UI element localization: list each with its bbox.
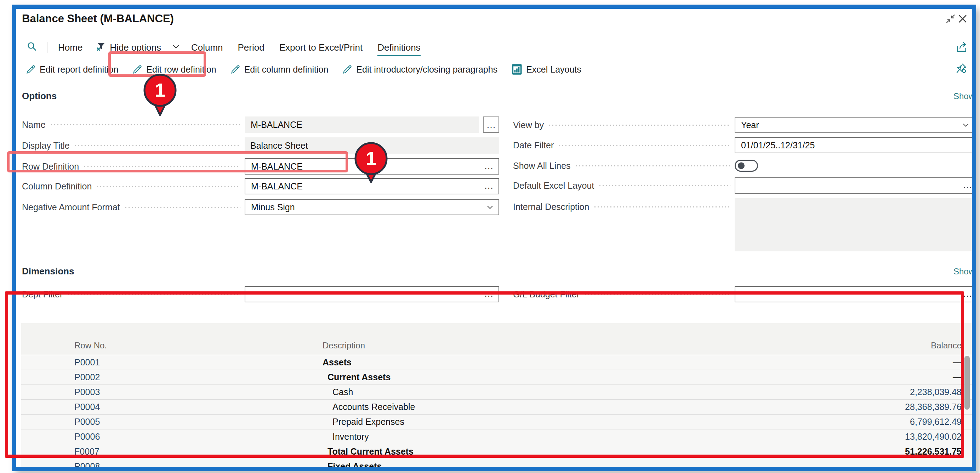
cell-description[interactable]: Assets — [269, 357, 802, 368]
menu-item-definitions[interactable]: Definitions — [377, 42, 420, 53]
field-value: M-BALANCE — [251, 119, 302, 130]
cell-row-no[interactable]: P0005 — [21, 417, 269, 427]
show-less-link[interactable]: Show less — [953, 91, 972, 101]
pin-button[interactable] — [955, 62, 967, 75]
close-window-button[interactable] — [956, 13, 969, 25]
field-value: 01/01/25..12/31/25 — [741, 140, 815, 150]
cell-description[interactable]: Fixed Assets — [269, 461, 802, 467]
menu-item-period[interactable]: Period — [238, 42, 264, 53]
table-row[interactable]: P0008 Fixed Assets — [21, 459, 972, 467]
row-definition-field[interactable]: M-BALANCE … — [245, 158, 499, 175]
field-label: Show All Lines — [513, 161, 571, 171]
field-value: M-BALANCE — [251, 161, 303, 172]
field-label: Display Title — [22, 140, 70, 151]
cell-description[interactable]: Inventory — [269, 432, 802, 442]
share-icon — [956, 41, 969, 53]
menu-item-export-to-excel-print[interactable]: Export to Excel/Print — [279, 42, 363, 53]
vertical-scrollbar-thumb[interactable] — [964, 356, 970, 409]
field-row-dept-filter: Dept Filter … — [22, 286, 499, 303]
pencil-icon — [231, 64, 240, 74]
more-options-chevron[interactable] — [171, 42, 181, 53]
cell-row-no[interactable]: P0008 — [21, 461, 269, 467]
cell-balance[interactable]: 13,820,490.02 — [802, 432, 972, 442]
edit-row-definition-button[interactable]: Edit row definition — [132, 64, 216, 75]
gl-budget-filter-field[interactable]: … — [735, 286, 972, 303]
negative-amount-format-select[interactable]: Minus Sign — [245, 199, 499, 215]
dimensions-section-header: Dimensions — [22, 266, 74, 277]
menu-separator — [167, 42, 167, 53]
field-label: Dept Filter — [22, 289, 63, 299]
dotted-leader — [584, 293, 730, 295]
field-row-date-filter: Date Filter 01/01/25..12/31/25 — [513, 137, 972, 153]
cell-row-no[interactable]: P0006 — [21, 432, 269, 442]
cell-row-no[interactable]: F0007 — [21, 446, 269, 457]
cell-row-no[interactable]: P0003 — [21, 387, 269, 397]
field-value: Balance Sheet — [250, 140, 308, 151]
dotted-leader — [598, 185, 730, 186]
cell-row-no[interactable]: P0004 — [21, 402, 269, 412]
column-header-description[interactable]: Description — [269, 341, 802, 350]
cell-description[interactable]: Prepaid Expenses — [269, 417, 802, 427]
internal-description-textarea[interactable] — [735, 198, 972, 252]
display-title-field[interactable]: Balance Sheet — [245, 137, 499, 154]
menu-item-column[interactable]: Column — [191, 42, 223, 53]
show-more-link[interactable]: Show more — [953, 267, 972, 277]
excel-icon — [512, 64, 522, 75]
table-row[interactable]: P0004 Accounts Receivable 28,368,389.76 — [21, 400, 972, 414]
menu-item-home[interactable]: Home — [58, 42, 83, 53]
cell-description[interactable]: Current Assets — [269, 372, 802, 382]
field-label: View by — [513, 120, 544, 130]
column-definition-field[interactable]: M-BALANCE … — [245, 178, 499, 194]
lookup-ellipsis-icon[interactable]: … — [484, 288, 494, 299]
dotted-leader — [67, 293, 240, 295]
view-by-select[interactable]: Year — [735, 117, 972, 133]
cell-row-no[interactable]: P0001 — [21, 357, 269, 368]
name-assist-button[interactable]: … — [483, 116, 499, 133]
menu-item-hide-options[interactable]: Hide options — [110, 42, 161, 53]
table-row[interactable]: P0001 Assets — — [21, 355, 972, 370]
field-row-default-excel-layout: Default Excel Layout … — [513, 177, 972, 194]
cell-balance[interactable]: 51,226,531.75 — [802, 446, 972, 457]
share-button[interactable] — [956, 41, 969, 53]
lookup-ellipsis-icon[interactable]: … — [963, 288, 972, 299]
restore-window-button[interactable] — [944, 13, 957, 25]
lookup-ellipsis-icon[interactable]: … — [484, 180, 494, 191]
excel-layouts-button[interactable]: Excel Layouts — [512, 64, 581, 75]
ellipsis-icon: … — [487, 119, 496, 130]
lookup-ellipsis-icon[interactable]: … — [484, 160, 494, 171]
cell-description[interactable]: Accounts Receivable — [269, 402, 802, 412]
dotted-leader — [575, 165, 730, 167]
cell-row-no[interactable]: P0002 — [21, 372, 269, 382]
lookup-ellipsis-icon[interactable]: … — [963, 179, 972, 190]
name-field[interactable]: M-BALANCE — [245, 116, 479, 133]
search-button[interactable] — [27, 41, 37, 54]
table-row[interactable]: F0007 Total Current Assets 51,226,531.75 — [21, 444, 972, 459]
edit-paragraphs-button[interactable]: Edit introductory/closing paragraphs — [342, 64, 498, 75]
dept-filter-field[interactable]: … — [245, 286, 499, 303]
cell-balance[interactable]: — — [802, 357, 972, 368]
table-row[interactable]: P0006 Inventory 13,820,490.02 — [21, 430, 972, 444]
show-all-lines-toggle[interactable] — [735, 160, 758, 172]
chevron-down-icon — [171, 42, 181, 51]
cell-balance[interactable]: 28,368,389.76 — [802, 402, 972, 412]
table-row[interactable]: P0003 Cash 2,238,039.48 — [21, 385, 972, 400]
default-excel-layout-field[interactable]: … — [735, 177, 972, 194]
table-row[interactable]: P0005 Prepaid Expenses 6,799,612.49 — [21, 414, 972, 430]
date-filter-field[interactable]: 01/01/25..12/31/25 — [735, 137, 972, 153]
table-row[interactable]: P0002 Current Assets — — [21, 370, 972, 385]
cell-balance[interactable]: 6,799,612.49 — [802, 417, 972, 427]
field-label: G/L Budget Filter — [513, 289, 579, 299]
edit-report-definition-button[interactable]: Edit report definition — [26, 64, 118, 75]
cell-balance[interactable]: — — [802, 372, 972, 382]
column-header-row-no[interactable]: Row No. — [21, 341, 269, 350]
field-row-internal-description: Internal Description — [513, 198, 972, 252]
cell-description[interactable]: Total Current Assets — [269, 446, 802, 457]
cell-balance[interactable]: 2,238,039.48 — [802, 387, 972, 397]
field-value: Minus Sign — [251, 202, 295, 212]
edit-column-definition-button[interactable]: Edit column definition — [231, 64, 329, 75]
cell-description[interactable]: Cash — [269, 387, 802, 397]
chevron-down-icon — [486, 203, 494, 211]
toolbar-item-label: Edit report definition — [40, 64, 118, 75]
column-header-balance[interactable]: Balance — [802, 341, 972, 350]
dotted-leader — [96, 186, 240, 187]
